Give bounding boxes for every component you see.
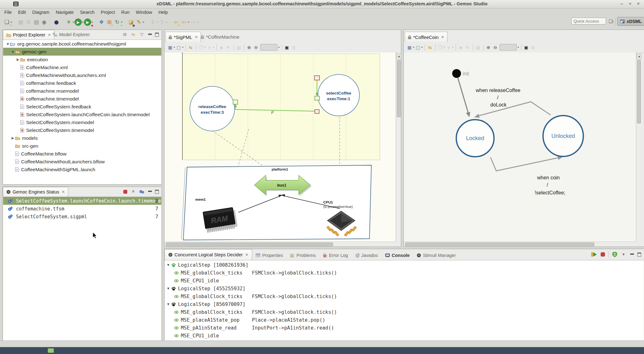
- layers-icon[interactable]: ⧉: [530, 43, 536, 52]
- horizontal-scrollbar[interactable]: [404, 242, 636, 247]
- tree-item[interactable]: CoffeeMachinewithoutLaunchers.bflow: [3, 158, 161, 166]
- external-tools-icon[interactable]: ◉: [41, 18, 48, 26]
- filters-icon[interactable]: ⋎▾: [446, 43, 453, 52]
- state-unlocked[interactable]: Unlocked: [543, 116, 583, 156]
- tab-properties[interactable]: Properties: [252, 251, 286, 260]
- forward-history-icon[interactable]: ⇨▾: [190, 18, 198, 26]
- filters-icon[interactable]: ⋎▾: [206, 43, 214, 52]
- dispose-engine-icon[interactable]: ✕: [130, 189, 136, 194]
- dropdown-arrow-icon[interactable]: ▾: [121, 21, 122, 24]
- menu-search[interactable]: Search: [77, 8, 97, 16]
- mse-event-row[interactable]: MSE_globalClock_ticksFSMClock->globalClo…: [165, 308, 644, 316]
- selection-mode-icon[interactable]: ▢▾: [415, 43, 423, 52]
- step-forward-icon[interactable]: [591, 252, 597, 257]
- close-icon[interactable]: ✕: [245, 253, 248, 257]
- dropdown-arrow-icon[interactable]: ▾: [518, 46, 519, 49]
- menu-diagram[interactable]: Diagram: [29, 8, 53, 16]
- refresh-diagram-icon[interactable]: ⇆: [187, 43, 194, 52]
- zoom-in-icon[interactable]: ⊕: [246, 43, 252, 52]
- maximize-view-icon[interactable]: [155, 33, 159, 36]
- tab-concurrent-logical-steps-decider[interactable]: Concurrent Logical Steps Decider✕: [164, 249, 252, 260]
- tab-stimuli-manager[interactable]: Stimuli Manager: [413, 251, 459, 260]
- tree-expander-icon[interactable]: ▼: [166, 286, 170, 291]
- minimize-view-icon[interactable]: [147, 190, 152, 193]
- tree-expander-icon[interactable]: ▶: [16, 57, 20, 62]
- tree-item[interactable]: coffemachine.feedback: [3, 79, 161, 87]
- state-locked[interactable]: Locked: [456, 120, 494, 157]
- menu-project[interactable]: Project: [97, 8, 118, 16]
- tree-expander-icon[interactable]: ▶: [11, 136, 15, 140]
- dropdown-arrow-icon[interactable]: ▾: [82, 21, 83, 24]
- tree-item[interactable]: ▼org.gemoc.sample.bcool.coffeemachinewit…: [3, 40, 161, 48]
- window-maximize-button[interactable]: +: [627, 1, 634, 7]
- logical-step-row[interactable]: ▼LogicalStep [1008261936]: [165, 261, 644, 269]
- copy-appearance-icon[interactable]: ❐▾: [198, 43, 206, 52]
- tree-item[interactable]: SelectCoffeeSystem.launchCoffeeCoin.laun…: [3, 111, 161, 118]
- zoom-in-icon[interactable]: ⊕: [485, 43, 491, 52]
- mse-event-row[interactable]: MSE_pA1inState_readInputPort->pA1inState…: [165, 324, 644, 332]
- dropdown-arrow-icon[interactable]: ▾: [188, 21, 189, 24]
- tree-expander-icon[interactable]: ▼: [166, 263, 170, 267]
- tab-problems[interactable]: Problems: [286, 251, 319, 260]
- tree-item[interactable]: ▼gemoc-gen: [3, 48, 161, 56]
- mse-event-row[interactable]: MSE_CPU1_idle: [165, 277, 644, 285]
- dropdown-arrow-icon[interactable]: ▾: [213, 46, 214, 49]
- tree-expander-icon[interactable]: ▼: [166, 302, 170, 306]
- logical-step-row[interactable]: ▼LogicalStep [856970097]: [165, 300, 644, 308]
- zoom-combo-icon[interactable]: ▾: [499, 43, 519, 52]
- tab-project-explorer[interactable]: Project Explorer ✕: [3, 30, 54, 40]
- menu-file[interactable]: File: [1, 8, 15, 16]
- dropdown-arrow-icon[interactable]: ▾: [92, 21, 93, 24]
- last-edit-location-icon[interactable]: ⇦✦: [172, 18, 180, 26]
- open-perspective-icon[interactable]: ❏✦: [607, 18, 614, 25]
- dropdown-arrow-icon[interactable]: ▾: [11, 21, 12, 24]
- tree-item[interactable]: SelectCoffeeSystem.timemodel: [3, 126, 161, 134]
- menu-navigate[interactable]: Navigate: [53, 8, 77, 16]
- paste-format-icon[interactable]: ▤: [236, 43, 242, 52]
- modeling-icon[interactable]: ●: [53, 18, 60, 26]
- copy-appearance-icon[interactable]: ❐▾: [437, 43, 445, 52]
- taskbar-item[interactable]: [48, 348, 54, 353]
- next-annotation-icon[interactable]: ⇩▾: [149, 18, 158, 26]
- pin-elements-icon[interactable]: ◈: [458, 43, 464, 52]
- dropdown-arrow-icon[interactable]: ▾: [278, 46, 280, 49]
- perspective-xdsml-button[interactable]: xDSML: [617, 17, 644, 26]
- dropdown-arrow-icon[interactable]: ▾: [421, 46, 423, 49]
- window-close-button[interactable]: ×: [635, 1, 642, 7]
- input-port[interactable]: [315, 96, 319, 100]
- run-icon[interactable]: ▶▾: [75, 18, 83, 26]
- menu-help[interactable]: Help: [155, 8, 171, 16]
- engine-row[interactable]: coffemachine.tfsm7: [3, 205, 161, 213]
- new-table-icon[interactable]: ⊞✦: [106, 18, 113, 26]
- tree-item[interactable]: CoffeeMachinewithoutLaunchers.xml: [3, 71, 161, 79]
- tree-item[interactable]: src-gen: [3, 142, 161, 150]
- maximize-view-icon[interactable]: [155, 190, 159, 193]
- decider-shield-icon[interactable]: [612, 252, 618, 257]
- dropdown-arrow-icon[interactable]: ▾: [73, 21, 74, 24]
- dropdown-arrow-icon[interactable]: ▾: [157, 21, 158, 24]
- zoom-combo-icon[interactable]: ▾: [260, 43, 280, 52]
- tab-coffeemachine[interactable]: *CoffeeMachine: [198, 32, 242, 42]
- menu-edit[interactable]: Edit: [15, 8, 29, 16]
- maximize-view-icon[interactable]: [637, 253, 641, 256]
- dropdown-arrow-icon[interactable]: ▾: [444, 46, 445, 49]
- dropdown-arrow-icon[interactable]: ▾: [452, 46, 453, 49]
- view-menu-icon[interactable]: ▽: [139, 32, 145, 37]
- engine-row[interactable]: SelectCoffeeSystem.launchCoffeeCoin.laun…: [3, 197, 161, 205]
- zoom-level-combo[interactable]: [500, 44, 517, 51]
- quick-access-input[interactable]: [571, 18, 606, 25]
- transition-unlocked-locked[interactable]: [474, 102, 551, 118]
- tab-model-explorer[interactable]: Model Explorer: [49, 30, 93, 39]
- save-icon[interactable]: ▦: [17, 18, 24, 26]
- dropdown-arrow-icon[interactable]: ▾: [143, 21, 144, 24]
- layout-icon[interactable]: ▦▾: [167, 43, 175, 52]
- platform-container[interactable]: platform1 bus1 mem1: [181, 165, 371, 240]
- dropdown-arrow-icon[interactable]: ▾: [174, 46, 175, 49]
- window-minimize-button[interactable]: –: [618, 1, 625, 7]
- annotate-icon[interactable]: ✎▾: [135, 18, 144, 26]
- layout-icon[interactable]: ▦▾: [406, 43, 414, 52]
- new-representation-icon[interactable]: ❖: [98, 18, 105, 26]
- logical-step-row[interactable]: ▼LogicalStep [455255932]: [165, 285, 644, 292]
- tree-item[interactable]: CoffeeMachine.bflow: [3, 150, 161, 158]
- collapse-outline-icon[interactable]: ◂: [636, 53, 641, 59]
